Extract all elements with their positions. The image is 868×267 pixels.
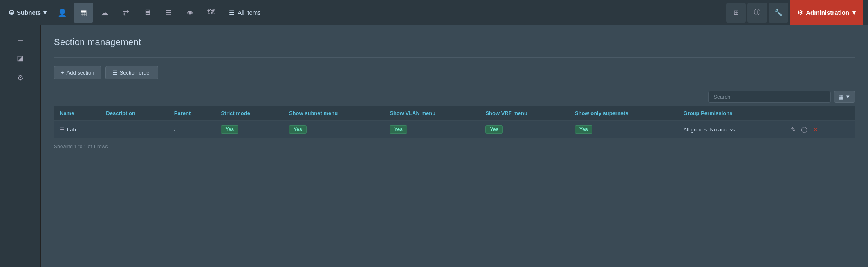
cloud-nav-btn[interactable]: ☁ [95,3,114,23]
plus-icon: + [61,70,64,76]
network-icon: ⛁ [9,9,14,16]
col-group-permissions[interactable]: Group Permissions [678,106,783,121]
monitor-nav-btn[interactable]: 🖥 [137,3,157,23]
administration-btn[interactable]: ⚙ Administration ▾ [790,0,863,25]
main-content: Section management + Add section ☰ Secti… [41,25,868,267]
user-nav-btn[interactable]: 👤 [52,3,72,23]
columns-toggle-arrow: ▼ [845,94,850,100]
grid-cols-icon: ▦ [839,94,843,100]
admin-label: Administration [806,9,849,16]
sections-table-container: Name Description Parent Strict mode Show… [54,106,855,138]
table-row: ☰ Lab / Yes Yes Yes Yes Yes All groups: … [54,121,855,138]
nav-right-group: ⊞ ⓘ 🔧 [726,3,788,23]
sidebar-item-3[interactable]: ⚙ [0,68,40,88]
page-title: Section management [54,37,855,48]
cell-description-0 [100,121,168,138]
transfer-nav-btn[interactable]: ⇄ [116,3,136,23]
cell-actions-0: ✎ ◯ ✕ [783,121,855,138]
row-list-icon: ☰ [60,127,65,133]
order-icon: ☰ [112,70,117,76]
delete-btn-0[interactable]: ✕ [811,125,820,134]
shuffle-nav-btn[interactable]: ⇼ [180,3,200,23]
cell-group-permissions-0: All groups: No access [678,121,783,138]
cell-parent-0: / [168,121,215,138]
top-navigation: ⛁ Subnets ▾ 👤 ▦ ☁ ⇄ 🖥 ☰ ⇼ 🗺 ☰ All items … [0,0,868,25]
transfer-icon: ⇄ [123,8,129,17]
sections-table: Name Description Parent Strict mode Show… [54,106,855,138]
columns-toggle-btn[interactable]: ▦ ▼ [834,91,855,103]
col-show-vlan-menu[interactable]: Show VLAN menu [384,106,480,121]
col-strict-mode[interactable]: Strict mode [215,106,283,121]
col-show-vrf-menu[interactable]: Show VRF menu [480,106,569,121]
col-description[interactable]: Description [100,106,168,121]
col-show-subnet-menu[interactable]: Show subnet menu [283,106,384,121]
all-items-nav[interactable]: ☰ All items [222,9,267,16]
sidebar-item-2[interactable]: ◪ [0,48,40,68]
table-icon: ▦ [80,8,87,17]
table-header-row: Name Description Parent Strict mode Show… [54,106,855,121]
col-parent[interactable]: Parent [168,106,215,121]
section-toolbar: + Add section ☰ Section order [54,66,855,79]
cell-show-only-supernets-0: Yes [569,121,678,138]
monitor-icon: 🖥 [144,8,151,17]
list-nav-btn[interactable]: ☰ [159,3,178,23]
sidebar: ☰ ◪ ⚙ [0,25,41,267]
brand-subnets[interactable]: ⛁ Subnets ▾ [5,9,51,16]
map-nav-btn[interactable]: 🗺 [201,3,221,23]
col-name[interactable]: Name [54,106,100,121]
sidebar-item-1[interactable]: ☰ [0,29,40,48]
brand-dropdown-icon: ▾ [43,9,47,16]
sidebar-icon-1: ☰ [17,34,24,43]
cell-show-subnet-menu-0: Yes [283,121,384,138]
map-icon: 🗺 [207,8,215,17]
sidebar-icon-2: ◪ [17,54,24,63]
cloud-icon: ☁ [101,8,108,17]
cell-strict-mode-0: Yes [215,121,283,138]
wrench-btn[interactable]: 🔧 [769,3,788,23]
title-divider [54,57,855,58]
info-icon: ⓘ [754,8,760,17]
info-btn[interactable]: ⓘ [747,3,767,23]
page-layout: ☰ ◪ ⚙ Section management + Add section ☰… [0,25,868,267]
all-items-icon: ☰ [229,9,234,16]
search-input[interactable] [708,91,831,103]
sidebar-icon-3: ⚙ [17,73,24,82]
cell-name-0: ☰ Lab [54,121,100,138]
wrench-icon: 🔧 [774,9,783,16]
edit-btn-0[interactable]: ✎ [789,125,798,134]
table-nav-btn[interactable]: ▦ [74,3,93,23]
cell-show-vlan-menu-0: Yes [384,121,480,138]
grid-view-btn[interactable]: ⊞ [726,3,746,23]
brand-label: Subnets [17,9,41,16]
showing-text: Showing 1 to 1 of 1 rows [54,144,855,149]
admin-dropdown-icon: ▾ [852,9,856,16]
user-icon: 👤 [58,8,67,17]
shuffle-icon: ⇼ [187,8,193,17]
all-items-label: All items [238,9,261,16]
cell-show-vrf-menu-0: Yes [480,121,569,138]
table-toolbar: ▦ ▼ [54,91,855,103]
gear-icon: ⚙ [797,9,803,16]
reset-btn-0[interactable]: ◯ [799,125,810,134]
grid-icon: ⊞ [733,9,739,16]
section-order-button[interactable]: ☰ Section order [105,66,158,79]
name-text: Lab [67,127,76,133]
col-actions [783,106,855,121]
list-icon: ☰ [165,8,172,17]
col-show-only-supernets[interactable]: Show only supernets [569,106,678,121]
add-section-label: Add section [67,70,94,76]
add-section-button[interactable]: + Add section [54,66,101,79]
section-order-label: Section order [120,70,151,76]
